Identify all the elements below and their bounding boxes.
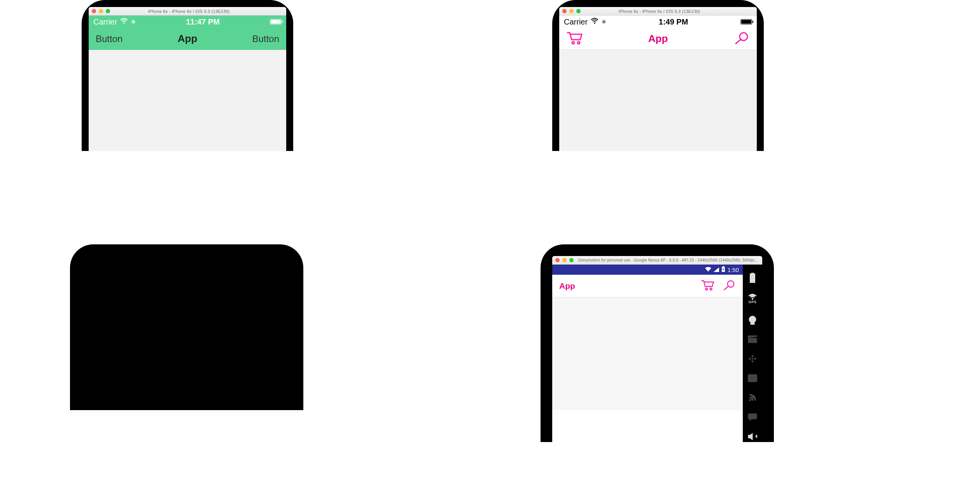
carrier-label: Carrier (93, 18, 117, 26)
gps-tool-icon[interactable]: GPS (747, 292, 758, 306)
traffic-lights[interactable] (555, 258, 574, 262)
svg-point-27 (710, 288, 712, 290)
nav-title: App (601, 33, 715, 45)
clock: 1:50 (728, 267, 739, 273)
android-status-bar: 1:50 (552, 265, 743, 275)
id-tool-icon[interactable]: ID (747, 373, 758, 384)
svg-marker-39 (751, 355, 754, 357)
ios-status-bar: Carrier ✱ 1:49 PM (559, 16, 757, 28)
content-area (559, 50, 757, 151)
traffic-lights[interactable] (92, 9, 110, 13)
wifi-icon (591, 18, 598, 26)
battery-icon (270, 19, 282, 25)
mac-titlebar: iPhone 6s - iPhone 6s / iOS 9.3 (13E230) (89, 7, 286, 16)
svg-point-0 (124, 23, 125, 24)
spinner-icon: ✱ (131, 19, 136, 25)
mac-titlebar: iPhone 6s - iPhone 6s / iOS 9.3 (13E230) (559, 7, 757, 16)
ios-nav-bar: Button App Button (89, 28, 286, 50)
android-toolbar: App (552, 275, 743, 297)
cart-icon[interactable] (701, 279, 715, 293)
svg-point-51 (754, 416, 755, 417)
svg-line-5 (736, 40, 740, 44)
svg-point-26 (705, 288, 707, 290)
carrier-label: Carrier (564, 18, 588, 26)
svg-rect-37 (748, 338, 757, 343)
svg-point-35 (751, 318, 754, 321)
svg-point-33 (752, 298, 753, 300)
svg-marker-40 (751, 361, 754, 363)
nav-right-button[interactable]: Button (252, 33, 279, 44)
svg-marker-48 (750, 419, 752, 421)
gps-label: GPS (749, 300, 757, 304)
svg-point-46 (749, 399, 751, 401)
svg-rect-32 (751, 279, 754, 282)
cart-icon[interactable] (566, 31, 583, 47)
svg-rect-38 (748, 335, 757, 338)
svg-rect-36 (751, 323, 754, 325)
search-icon[interactable] (733, 31, 750, 47)
svg-point-1 (594, 23, 595, 24)
clock: 11:47 PM (136, 18, 270, 26)
svg-marker-41 (749, 358, 751, 360)
sms-tool-icon[interactable] (747, 412, 758, 423)
toolbar-title: App (559, 281, 575, 291)
wifi-icon (705, 267, 711, 273)
svg-text:ID: ID (751, 376, 754, 381)
svg-point-43 (752, 358, 753, 360)
camera-tool-icon[interactable] (747, 314, 758, 325)
wifi-icon (120, 18, 128, 26)
content-area (89, 50, 286, 151)
svg-point-49 (750, 416, 751, 417)
svg-point-2 (572, 42, 574, 44)
dpad-tool-icon[interactable] (747, 353, 758, 364)
clock: 1:49 PM (606, 18, 740, 26)
svg-rect-31 (751, 273, 754, 274)
svg-line-29 (724, 286, 728, 289)
svg-marker-42 (754, 358, 756, 360)
svg-rect-25 (723, 266, 724, 267)
svg-marker-52 (748, 433, 752, 440)
genymotion-sidebar: GPS ID (743, 265, 762, 442)
traffic-lights[interactable] (562, 9, 581, 13)
battery-icon (721, 266, 725, 273)
battery-tool-icon[interactable] (747, 272, 758, 283)
rss-tool-icon[interactable] (747, 392, 758, 403)
battery-icon (740, 19, 752, 25)
svg-point-3 (578, 42, 580, 44)
clapper-tool-icon[interactable] (747, 334, 758, 345)
content-area (552, 297, 743, 410)
search-icon[interactable] (722, 279, 736, 293)
volume-up-icon[interactable]: + (747, 431, 758, 442)
signal-icon (714, 267, 719, 272)
spinner-icon: ✱ (602, 19, 606, 25)
svg-point-50 (752, 416, 753, 417)
window-title: iPhone 6s - iPhone 6s / iOS 9.3 (13E230) (583, 9, 736, 14)
svg-text:+: + (755, 433, 757, 439)
ios-status-bar: Carrier ✱ 11:47 PM (89, 16, 286, 28)
nav-left-button[interactable]: Button (96, 33, 122, 44)
ios-nav-bar: App (559, 28, 757, 50)
mac-titlebar: Genymotion for personal use - Google Nex… (552, 256, 762, 265)
nav-title: App (131, 33, 244, 45)
window-title: Genymotion for personal use - Google Nex… (576, 258, 759, 262)
window-title: iPhone 6s - iPhone 6s / iOS 9.3 (13E230) (112, 9, 265, 14)
